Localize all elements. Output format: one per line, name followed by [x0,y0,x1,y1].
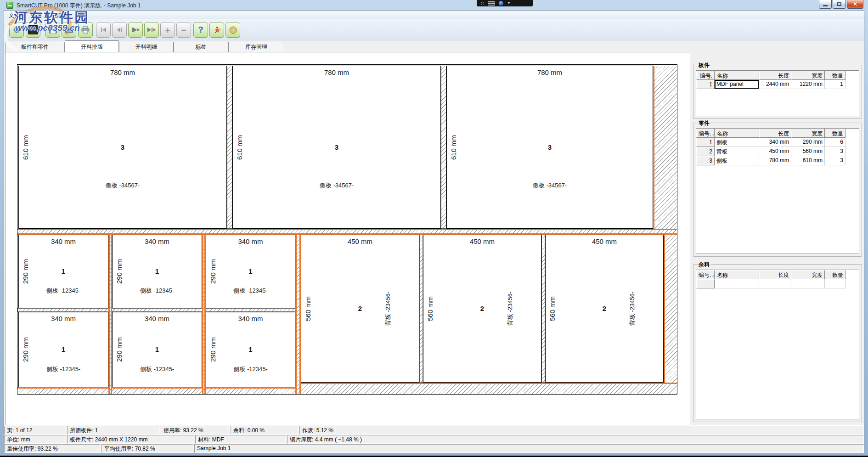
open-button[interactable] [62,22,76,38]
status-job-name: Sample Job 1 [194,444,864,453]
table-row[interactable]: 1 侧板 340 mm 290 mm 6 [696,138,859,147]
optimize-button[interactable] [209,22,224,38]
board-width-cell[interactable]: 1220 mm [791,80,825,89]
part-qty-cell[interactable]: 3 [825,156,845,165]
part-width-cell[interactable]: 610 mm [791,156,825,165]
piece-count: 1 [206,267,295,275]
part-qty-cell[interactable]: 6 [825,138,845,147]
part-length-cell[interactable]: 780 mm [759,156,791,165]
part-qty-cell[interactable]: 3 [825,147,845,156]
col-header-name[interactable]: 名称 [715,129,759,138]
preview-button[interactable] [26,22,40,38]
boards-group: 板件 编号. 名称 长度 宽度 数量 1 MDF panel 2440 mm 1… [693,65,862,119]
board-qty-cell[interactable]: 1 [825,80,845,89]
col-header-qty[interactable]: 数量 [825,270,845,279]
col-header-qty[interactable]: 数量 [825,129,845,138]
part-width-cell[interactable]: 290 mm [791,138,825,147]
cut-piece[interactable]: 450 mm 560 mm 2 背板 -23456- [301,235,419,383]
minimize-button[interactable] [819,0,832,9]
cut-piece[interactable]: 780 mm 610 mm 3 侧板 -34567- [446,66,653,229]
col-header-id[interactable]: 编号. [696,71,715,80]
col-header-id[interactable]: 编号.▲ [696,129,715,138]
col-header-length[interactable]: 长度 [759,129,791,138]
row-id-cell[interactable]: 3 [696,156,715,165]
cut-piece[interactable]: 340 mm 290 mm 1 侧板 -12345- [18,235,108,308]
part-length-cell[interactable]: 340 mm [759,138,791,147]
row-id-cell[interactable]: 1 [696,80,715,89]
offcut-qty-cell[interactable] [825,279,845,288]
col-header-width[interactable]: 宽度 [791,270,825,279]
col-header-length[interactable]: 长度 [759,270,791,279]
row-id-cell[interactable] [696,279,715,288]
cut-piece[interactable]: 450 mm 560 mm 2 背板 -23456- [423,235,541,383]
col-header-name[interactable]: 名称 [715,71,759,80]
print-button[interactable] [78,22,93,38]
board-length-cell[interactable]: 2440 mm [759,80,791,89]
col-header-id[interactable]: 编号.▲ [696,270,715,279]
col-header-length[interactable]: 长度 [759,71,791,80]
table-row[interactable]: 1 MDF panel 2440 mm 1220 mm 1 [696,80,859,89]
part-length-cell[interactable]: 450 mm [759,147,791,156]
waste-strip [301,383,677,394]
layout-canvas[interactable]: 780 mm 610 mm 3 侧板 -34567- 780 mm 610 mm… [5,52,690,425]
col-header-width[interactable]: 宽度 [791,129,825,138]
boards-list[interactable]: 编号. 名称 长度 宽度 数量 1 MDF panel 2440 mm 1220… [696,70,859,116]
cut-piece[interactable]: 450 mm 560 mm 2 背板 -23456- [545,235,664,383]
drag-grip-icon[interactable] [480,1,484,5]
row-id-cell[interactable]: 1 [696,138,715,147]
table-row[interactable] [696,279,859,288]
tab-cutting-detail[interactable]: 开料明细 [119,42,174,52]
remove-button[interactable]: − [176,22,191,38]
tab-labels[interactable]: 标签 [174,42,228,52]
cut-piece[interactable]: 340 mm 290 mm 1 侧板 -12345- [112,235,202,308]
last-page-button[interactable] [144,22,159,38]
ime-mode-icon[interactable] [499,1,503,6]
part-name-cell[interactable]: 侧板 [715,138,759,147]
keyboard-icon[interactable] [488,1,495,6]
ime-language-bar[interactable]: ▼ [477,0,533,6]
part-name-cell[interactable]: 背板 [715,147,759,156]
offcut-name-cell[interactable] [715,279,759,288]
right-panel: 板件 编号. 名称 长度 宽度 数量 1 MDF panel 2440 mm 1… [692,52,864,425]
piece-width-label: 340 mm [113,315,202,322]
about-button[interactable] [225,22,240,38]
maximize-button[interactable] [833,0,846,9]
tab-inventory[interactable]: 库存管理 [228,42,284,52]
table-row[interactable]: 2 背板 450 mm 560 mm 3 [696,147,859,156]
settings-button[interactable]: ⚙ [9,22,24,38]
offcut-width-cell[interactable] [791,279,825,288]
chevron-down-icon[interactable]: ▼ [507,1,511,5]
add-button[interactable]: + [160,22,175,38]
menu-bar: 文件 编辑 选项 帮助 [4,11,864,19]
cut-piece[interactable]: 780 mm 610 mm 3 侧板 -34567- [232,66,441,229]
tab-boards-parts[interactable]: 板件和零件 [5,42,65,52]
offcuts-list[interactable]: 编号.▲ 名称 长度 宽度 数量 [696,270,859,419]
cut-piece[interactable]: 340 mm 290 mm 1 侧板 -12345- [112,312,202,387]
cut-piece[interactable]: 340 mm 290 mm 1 侧板 -12345- [18,312,108,387]
cut-piece[interactable]: 340 mm 290 mm 1 侧板 -12345- [206,312,295,387]
col-header-qty[interactable]: 数量 [825,71,845,80]
help-button[interactable]: ? [193,22,208,38]
cut-piece[interactable]: 340 mm 290 mm 1 侧板 -12345- [206,235,295,308]
first-page-button[interactable] [96,22,111,38]
col-header-width[interactable]: 宽度 [791,71,825,80]
cut-piece[interactable]: 780 mm 610 mm 3 侧板 -34567- [18,66,227,229]
part-width-cell[interactable]: 560 mm [791,147,825,156]
next-page-button[interactable] [128,22,143,38]
status-waste-pct: 作废: 5.12 % [299,426,864,434]
part-name-cell[interactable]: 侧板 [715,156,759,165]
offcut-length-cell[interactable] [759,279,791,288]
table-row[interactable]: 3 侧板 780 mm 610 mm 3 [696,156,859,165]
parts-list[interactable]: 编号.▲ 名称 长度 宽度 数量 1 侧板 340 mm 290 mm 6 [696,128,859,254]
close-button[interactable]: ✕ [847,0,863,9]
piece-count: 3 [19,143,226,151]
piece-count: 1 [113,267,202,275]
piece-name: 侧板 -12345- [113,287,202,295]
board-name-cell[interactable]: MDF panel [715,80,759,89]
previous-page-button[interactable] [112,22,127,38]
row-id-cell[interactable]: 2 [696,147,715,156]
col-header-name[interactable]: 名称 [715,270,759,279]
tab-cutting-layout[interactable]: 开料排版 [65,40,119,52]
save-button[interactable] [45,22,60,38]
piece-width-label: 340 mm [19,315,108,322]
